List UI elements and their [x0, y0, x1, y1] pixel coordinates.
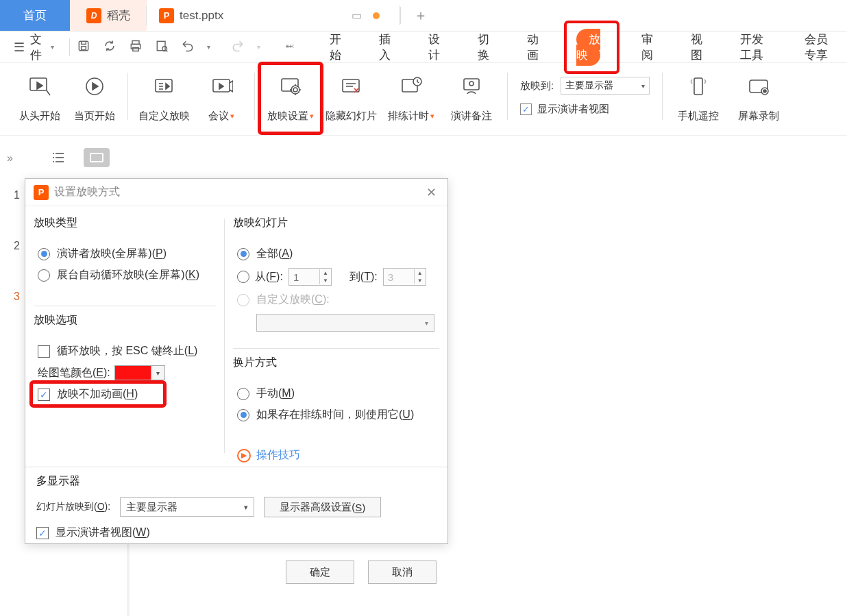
btn-from-current[interactable]: 当页开始: [67, 70, 122, 123]
print-icon[interactable]: [129, 39, 143, 55]
tab-developer[interactable]: 开发工具: [733, 27, 777, 67]
svg-rect-0: [79, 41, 88, 50]
tab-transition[interactable]: 切换: [471, 27, 500, 67]
tab-daoke[interactable]: D 稻壳: [70, 0, 147, 31]
radio-presenter-fullscreen[interactable]: 演讲者放映(全屏幕)(P): [38, 247, 216, 261]
tab-review[interactable]: 审阅: [635, 27, 663, 67]
presentation-mode-icon[interactable]: ▭: [352, 9, 362, 22]
radio-kiosk-loop[interactable]: 展台自动循环放映(全屏幕)(K): [38, 268, 216, 282]
radio-advance-manual[interactable]: 手动(M): [237, 386, 439, 401]
chk-no-animation[interactable]: 放映不加动画(H): [38, 387, 216, 402]
chk-presenter-view[interactable]: 显示演讲者视图(W): [36, 526, 437, 540]
slideshow-monitor-select[interactable]: 主要显示器▾: [120, 497, 254, 517]
tips-link[interactable]: ▶ 操作技巧: [237, 448, 439, 463]
save-icon[interactable]: [77, 39, 90, 55]
ribbon-monitor-group: 放映到: 主要显示器▾ ✓显示演讲者视图: [513, 70, 656, 116]
svg-rect-9: [156, 79, 172, 92]
svg-point-18: [469, 82, 474, 86]
btn-rehearse-timing[interactable]: 排练计时▾: [381, 70, 441, 123]
chk-loop-esc[interactable]: 循环放映，按 ESC 键终止(L): [38, 344, 216, 358]
slideshow-output-label: 幻灯片放映到(O):: [36, 501, 110, 513]
redo-icon[interactable]: [231, 39, 245, 55]
menu-bar: ☰ 文件 ▾ ▾ ▾ ⬼ 开始 插入 设计 切换 动画 放映 审阅 视图 开发工…: [0, 32, 847, 63]
slide-view-icon[interactable]: [84, 148, 110, 167]
tab-slideshow[interactable]: 放映: [576, 29, 600, 66]
btn-slideshow-settings[interactable]: 放映设置▾: [260, 70, 321, 123]
ribbon-slideshow: 从头开始 当页开始 自定义放映 会议▾ 放映设置▾ 隐藏幻灯片 排练计时▾ 演讲…: [0, 63, 847, 136]
btn-custom-show[interactable]: 自定义放映: [134, 70, 194, 123]
from-slide-spinner[interactable]: ▲▼: [289, 268, 332, 286]
new-tab-button[interactable]: ＋: [400, 0, 441, 31]
quick-access-toolbar: ▾ ▾ ⬼: [77, 39, 302, 55]
file-menu[interactable]: 文件: [30, 32, 49, 63]
hamburger-icon[interactable]: ☰: [14, 40, 25, 55]
tab-design[interactable]: 设计: [421, 27, 450, 67]
print-preview-icon[interactable]: [155, 39, 169, 55]
daoke-icon: D: [86, 8, 101, 23]
redo-more-icon[interactable]: ▾: [257, 43, 260, 51]
btn-from-beginning[interactable]: 从头开始: [12, 70, 67, 123]
slideshow-settings-dialog: P 设置放映方式 ✕ 放映类型 演讲者放映(全屏幕)(P) 展台自动循环放映(全…: [25, 178, 448, 544]
tab-home[interactable]: 首页: [0, 0, 70, 31]
monitor-advanced-button[interactable]: 显示器高级设置(S): [264, 497, 381, 517]
pen-color-picker[interactable]: ▾: [114, 365, 165, 380]
qat-customize-icon[interactable]: ⬼: [285, 42, 294, 52]
close-icon[interactable]: ✕: [424, 182, 439, 203]
slide-number[interactable]: 2: [14, 240, 20, 252]
svg-rect-4: [133, 48, 138, 51]
cancel-button[interactable]: 取消: [368, 560, 437, 584]
svg-point-12: [291, 86, 299, 94]
svg-rect-23: [90, 153, 103, 162]
to-slide-spinner[interactable]: ▲▼: [383, 268, 426, 286]
multi-monitor-group: 多显示器 幻灯片放映到(O): 主要显示器▾ 显示器高级设置(S) 显示演讲者视…: [25, 467, 447, 540]
outline-view-icon[interactable]: [45, 148, 71, 167]
custom-show-select: ▾: [256, 314, 434, 332]
advance-slides-group: 换片方式 手动(M) 如果存在排练时间，则使用它(U) ▶ 操作技巧: [233, 348, 439, 463]
expand-panel-icon[interactable]: »: [7, 152, 13, 164]
undo-more-icon[interactable]: ▾: [207, 43, 210, 51]
radio-all-slides[interactable]: 全部(A): [237, 247, 439, 261]
ribbon-tabs: 开始 插入 设计 切换 动画 放映 审阅 视图 开发工具 会员专享: [323, 27, 842, 67]
tab-current-file[interactable]: P test.pptx ▭: [147, 0, 400, 31]
pen-color-row: 绘图笔颜色(E): ▾: [38, 365, 216, 380]
slide-number-list: 1 2 3: [14, 189, 20, 303]
show-options-group: 放映选项 循环放映，按 ESC 键终止(L) 绘图笔颜色(E): ▾ 放映不加动…: [34, 306, 216, 418]
btn-presenter-notes[interactable]: 演讲备注: [441, 70, 502, 123]
svg-rect-5: [157, 41, 165, 50]
monitor-select[interactable]: 主要显示器▾: [561, 77, 650, 95]
svg-point-22: [763, 90, 766, 93]
unsaved-dot-icon: [373, 12, 380, 19]
ok-button[interactable]: 确定: [286, 560, 354, 584]
radio-range-slides[interactable]: 从(F): ▲▼ 到(T): ▲▼: [237, 268, 439, 286]
svg-rect-19: [694, 78, 702, 95]
play-tip-icon: ▶: [237, 449, 251, 463]
dialog-titlebar[interactable]: P 设置放映方式 ✕: [25, 179, 447, 206]
tab-insert[interactable]: 插入: [372, 27, 401, 67]
btn-phone-remote[interactable]: 手机遥控: [668, 70, 728, 123]
presentation-file-icon: P: [159, 8, 174, 23]
radio-advance-timing[interactable]: 如果存在排练时间，则使用它(U): [237, 408, 439, 422]
tab-start[interactable]: 开始: [323, 27, 352, 67]
show-type-group: 放映类型 演讲者放映(全屏幕)(P) 展台自动循环放映(全屏幕)(K): [34, 216, 216, 299]
undo-icon[interactable]: [181, 39, 195, 55]
svg-rect-1: [82, 47, 86, 50]
slide-number[interactable]: 1: [14, 189, 20, 201]
chevron-down-icon[interactable]: ▾: [51, 43, 54, 51]
presenter-view-checkbox[interactable]: ✓显示演讲者视图: [520, 103, 650, 116]
slide-number[interactable]: 3: [14, 291, 20, 303]
presentation-file-icon: P: [34, 185, 49, 200]
btn-hide-slide[interactable]: 隐藏幻灯片: [321, 70, 381, 123]
radio-custom-show: 自定义放映(C):: [237, 293, 439, 307]
tab-slideshow-wrap: 放映: [569, 27, 614, 67]
btn-screen-record[interactable]: 屏幕录制: [728, 70, 789, 123]
tab-view[interactable]: 视图: [684, 27, 713, 67]
sync-icon[interactable]: [103, 39, 116, 55]
btn-meeting[interactable]: 会议▾: [194, 70, 249, 123]
svg-rect-17: [464, 79, 479, 90]
dialog-title: 设置放映方式: [54, 185, 120, 199]
tab-member[interactable]: 会员专享: [798, 27, 842, 67]
tab-animation[interactable]: 动画: [520, 27, 549, 67]
show-slides-group: 放映幻灯片 全部(A) 从(F): ▲▼ 到(T): ▲▼: [233, 216, 439, 341]
play-to-label: 放映到:: [520, 79, 554, 93]
